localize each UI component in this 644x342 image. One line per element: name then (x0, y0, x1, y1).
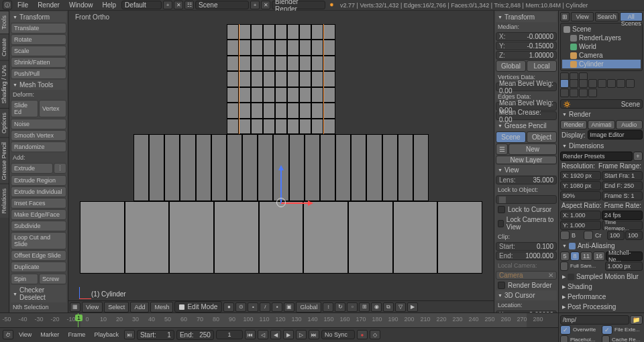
outliner-tree[interactable]: Scene RenderLayers World Camera Cylinder (560, 23, 643, 71)
lock-camera-check[interactable]: Lock Camera to View (496, 215, 557, 232)
shrink-fatten-button[interactable]: Shrink/Fatten (11, 57, 66, 68)
render-panel-header[interactable]: Render (560, 109, 643, 119)
manipulator-rotate-icon[interactable]: ↻ (335, 302, 345, 312)
translate-button[interactable]: Translate (11, 23, 66, 34)
tree-camera[interactable]: Camera (562, 51, 641, 60)
keying-set-icon[interactable]: ◇ (370, 330, 380, 339)
tab-data[interactable] (626, 79, 635, 88)
res-y-field[interactable]: Y: 1080 px (560, 181, 601, 190)
overwrite-check[interactable]: ✓ (560, 325, 571, 335)
mode-dropdown[interactable]: Edit Mode (174, 301, 222, 312)
select-menu[interactable]: Select (104, 302, 129, 312)
editor-type-icon[interactable]: ▦ (70, 302, 80, 312)
outliner-search-menu[interactable]: Search (595, 12, 618, 21)
loop-cut-slide-button[interactable]: Loop Cut and Slide (11, 232, 66, 249)
space-local-button[interactable]: Local (527, 60, 557, 72)
tab-modifiers[interactable] (616, 79, 625, 88)
orientation-dropdown[interactable]: Global (296, 302, 321, 312)
new-layer-button[interactable]: New Layer (496, 156, 557, 164)
manipulator-scale-icon[interactable]: ▫ (347, 302, 358, 312)
keyframe-prev-icon[interactable]: ◁ (258, 330, 268, 339)
n-3d-cursor-header[interactable]: 3D Cursor (496, 290, 557, 300)
menu-help[interactable]: Help (99, 0, 121, 10)
add-menu[interactable]: Add (130, 302, 149, 312)
scene-remove-icon[interactable]: ✕ (261, 1, 270, 9)
tab-create[interactable]: Create (0, 34, 9, 60)
clip-end-field[interactable]: End:1000.000 (496, 251, 557, 260)
aa-filter-dropdown[interactable]: Mitchell-Ne... (606, 251, 643, 261)
median-z-field[interactable]: Z:1.00000 (496, 51, 557, 60)
noise-button[interactable]: Noise (11, 119, 66, 129)
crop-check[interactable] (584, 231, 593, 240)
menu-window[interactable]: Window (65, 0, 97, 10)
menu-render[interactable]: Render (34, 0, 64, 10)
layout-remove-icon[interactable]: ✕ (174, 1, 183, 9)
use-preview-range-icon[interactable]: ⏯ (124, 330, 135, 339)
snap-target-icon[interactable]: ▽ (395, 302, 406, 312)
lock-to-cursor-check[interactable]: Lock to Cursor (496, 205, 557, 215)
tl-marker-menu[interactable]: Marker (37, 330, 62, 339)
audio-button[interactable]: Audio (616, 120, 643, 129)
tree-renderlayers[interactable]: RenderLayers (562, 34, 641, 42)
push-pull-button[interactable]: Push/Pull (11, 68, 66, 79)
space-global-button[interactable]: Global (496, 60, 526, 72)
placeholders-check[interactable] (560, 335, 568, 342)
bevel-weight-field[interactable]: Mean Bevel Weig: 0.00 (496, 82, 557, 91)
median-x-field[interactable]: X:-0.00000 (496, 32, 557, 41)
aa-16[interactable]: 16 (593, 251, 605, 261)
scale-button[interactable]: Scale (11, 46, 66, 56)
inset-faces-button[interactable]: Inset Faces (11, 198, 66, 209)
tab-material[interactable] (560, 89, 569, 97)
tab-relations[interactable]: Relations (0, 184, 9, 218)
fps-dropdown[interactable]: 24 fps (602, 211, 643, 220)
aspect-y-field[interactable]: Y: 1.000 (560, 221, 601, 230)
offset-edge-slide-button[interactable]: Offset Edge Slide (11, 250, 66, 261)
randomize-button[interactable]: Randomize (11, 141, 66, 152)
opengl-render-icon[interactable]: ▶ (407, 302, 418, 312)
frame-step-field[interactable]: Frame S: 1 (602, 191, 643, 201)
3d-viewport[interactable]: Front Ortho (1) Cylinder ▦ View Select A… (68, 11, 494, 312)
shading-solid-icon[interactable]: ● (223, 302, 234, 312)
aa-11[interactable]: 11 (580, 251, 592, 261)
tab-object[interactable] (598, 79, 606, 88)
layers-icon[interactable]: ⊞ (359, 302, 370, 312)
tab-physics[interactable] (588, 89, 597, 97)
start-frame-field[interactable]: Start Fra: 1 (602, 171, 643, 180)
aa-5[interactable]: 5 (560, 251, 570, 261)
post-panel-header[interactable]: Post Processing (560, 302, 643, 312)
play-reverse-icon[interactable]: ◀ (270, 330, 281, 339)
layout-add-icon[interactable]: + (163, 1, 172, 9)
panel-transform[interactable]: Transform (11, 12, 66, 22)
tab-particles[interactable] (579, 89, 588, 97)
screen-layout-dropdown[interactable]: Default (121, 1, 162, 9)
playhead[interactable] (78, 313, 78, 327)
edge-slide-button[interactable]: Slide Ed (11, 100, 38, 117)
outliner-editor-icon[interactable]: ⊞ (560, 12, 570, 21)
view-menu[interactable]: View (82, 302, 103, 312)
scene-add-icon[interactable]: + (250, 1, 260, 9)
clear-icon[interactable]: ✕ (548, 272, 553, 279)
rotate-button[interactable]: Rotate (11, 34, 66, 45)
border-check[interactable] (560, 231, 570, 240)
tl-view-menu[interactable]: View (15, 330, 35, 339)
timeline-ruler[interactable]: -50-40-30-20-100102030405060708090100110… (0, 313, 644, 328)
end-frame-input[interactable]: End:250 (176, 330, 214, 340)
preset-add-icon[interactable]: + (633, 152, 643, 161)
extrude-menu-button[interactable]: ⋮ (54, 163, 66, 174)
shading-panel-header[interactable]: Shading (560, 282, 643, 292)
scene-dropdown[interactable]: Scene (195, 1, 249, 9)
current-frame-input[interactable]: 1 (216, 330, 243, 339)
aspect-x-field[interactable]: X: 1.000 (560, 211, 601, 220)
tree-cylinder[interactable]: Cylinder (562, 60, 641, 68)
screw-button[interactable]: Screw (39, 274, 66, 284)
pivot-icon[interactable]: ⊙ (235, 302, 246, 312)
jump-start-icon[interactable]: ⏮ (245, 330, 256, 339)
browse-folder-icon[interactable]: 📁 (630, 315, 643, 325)
vertex-slide-button[interactable]: Vertex (39, 100, 66, 117)
lock-object-field[interactable] (496, 195, 557, 204)
smb-panel-header[interactable]: Sampled Motion Blur (560, 272, 643, 282)
tab-grease-pencil[interactable]: Grease Pencil (0, 137, 9, 184)
tree-world[interactable]: World (562, 42, 641, 51)
cache-check[interactable] (602, 335, 610, 342)
output-path-field[interactable]: /tmp/ (560, 315, 629, 325)
